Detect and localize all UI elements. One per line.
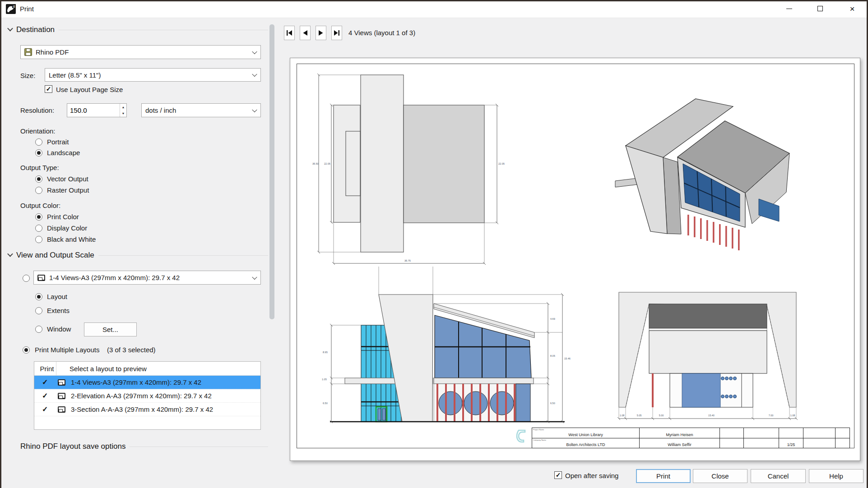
architect-cell: Myriam Heisen	[640, 428, 720, 438]
landscape-label: Landscape	[47, 149, 80, 157]
svg-text:8: 8	[13, 5, 15, 9]
minimize-button[interactable]	[779, 1, 799, 16]
chevron-down-icon	[7, 251, 13, 257]
window-frame-top	[0, 0, 868, 1]
close-icon: ×	[849, 5, 854, 13]
resolution-label: Resolution:	[20, 106, 54, 114]
display-color-radio[interactable]	[35, 225, 42, 232]
drafter-cell: William Seffir	[640, 438, 720, 448]
landscape-radio[interactable]	[35, 149, 42, 157]
layout-row-1[interactable]: ✓ 1-4 Views-A3 (297mm x 420mm): 29.7 x 4…	[34, 376, 260, 389]
company-name-micro-label: Company Name	[533, 439, 546, 441]
raster-output-label: Raster Output	[47, 186, 89, 194]
resolution-spinner[interactable]: ▲ ▼	[120, 104, 126, 117]
resolution-input[interactable]	[67, 104, 120, 117]
floppy-icon	[24, 48, 32, 56]
preview-status: 4 Views (layout 1 of 3)	[348, 29, 415, 37]
section-dim-5: 7.00	[769, 414, 774, 417]
print-button[interactable]: Print	[636, 469, 691, 483]
open-after-saving-label: Open after saving	[565, 472, 618, 479]
layout-row-3[interactable]: ✓ 3-Section A-A-A3 (297mm x 420mm): 29.7…	[34, 403, 260, 416]
set-window-button[interactable]: Set...	[84, 322, 137, 336]
raster-output-radio[interactable]	[35, 187, 42, 194]
layout-row-2[interactable]: ✓ 2-Elevation A-A3 (297mm x 420mm): 29.7…	[34, 389, 260, 403]
area-layout-radio[interactable]	[35, 293, 42, 300]
print-color-radio[interactable]	[35, 213, 42, 221]
print-preview-page: 35.50 22.05 22.05 35.75	[290, 58, 860, 461]
layout-row-label: 2-Elevation A-A3 (297mm x 420mm): 29.7 x…	[71, 392, 212, 400]
resolution-stepper[interactable]: ▲ ▼	[67, 103, 127, 117]
printer-value: Rhino PDF	[36, 48, 69, 56]
section-rule	[98, 255, 268, 256]
rhino-app-icon: 8	[6, 4, 17, 14]
destination-section-header[interactable]: Destination	[8, 25, 268, 34]
titleblock-cell	[744, 428, 779, 438]
last-layout-button[interactable]	[331, 26, 342, 40]
layout-row-label: 1-4 Views-A3 (297mm x 420mm): 29.7 x 42	[71, 378, 201, 386]
titleblock-cell	[744, 438, 779, 448]
portrait-label: Portrait	[47, 138, 69, 146]
layout-page-icon	[37, 275, 45, 281]
area-window-radio[interactable]	[35, 326, 42, 333]
spinner-up-icon[interactable]: ▲	[120, 104, 126, 110]
titleblock-cell	[803, 428, 836, 438]
layout-page-icon	[58, 379, 65, 386]
panel-scrollbar-thumb[interactable]	[269, 24, 274, 319]
prev-page-icon	[302, 30, 308, 36]
open-after-saving-checkbox[interactable]: ✓	[554, 471, 562, 479]
area-extents-radio[interactable]	[35, 307, 42, 314]
plan-dim-right: 22.05	[498, 162, 505, 165]
black-and-white-label: Black and White	[47, 235, 96, 243]
cancel-button[interactable]: Cancel	[751, 469, 806, 483]
titleblock-cell	[779, 428, 803, 438]
plan-dim-bottom: 35.75	[404, 259, 411, 262]
company-name-value: Bolten Architects LTD	[566, 442, 605, 448]
use-layout-page-size-checkbox[interactable]: ✓	[45, 85, 52, 93]
check-icon[interactable]: ✓	[42, 405, 48, 414]
chevron-down-icon	[7, 25, 13, 31]
single-layout-radio[interactable]	[23, 275, 30, 282]
previous-layout-button[interactable]	[300, 26, 311, 40]
display-color-label: Display Color	[47, 224, 87, 232]
company-name-cell: Company Name Bolten Architects LTD	[532, 438, 640, 448]
print-multiple-layouts-label: Print Multiple Layouts	[35, 346, 99, 354]
layout-page-icon	[58, 393, 65, 399]
section-rule	[59, 30, 268, 30]
layout-list: Print Select a layout to preview ✓ 1-4 V…	[34, 361, 261, 430]
print-column-header: Print	[38, 365, 56, 373]
print-multiple-layouts-radio[interactable]	[23, 346, 30, 354]
vector-output-radio[interactable]	[35, 175, 42, 183]
maximize-button[interactable]	[810, 1, 831, 16]
view-output-scale-section-header[interactable]: View and Output Scale	[8, 251, 268, 260]
layout-scale-dropdown[interactable]: 1-4 Views-A3 (297mm x 420mm): 29.7 x 42	[33, 271, 261, 285]
close-dialog-button[interactable]: Close	[693, 469, 747, 483]
printer-dropdown[interactable]: Rhino PDF	[20, 45, 261, 59]
next-layout-button[interactable]	[316, 26, 326, 40]
layout-list-header: Print Select a layout to preview	[34, 362, 260, 376]
next-page-icon	[318, 30, 324, 36]
layout-scale-value: 1-4 Views-A3 (297mm x 420mm): 29.7 x 42	[49, 274, 180, 281]
portrait-radio[interactable]	[35, 138, 42, 146]
resolution-units-dropdown[interactable]: dots / inch	[141, 103, 261, 117]
elev-dim-right-3: 6.50	[550, 402, 555, 405]
maximize-icon	[817, 6, 823, 11]
first-layout-button[interactable]	[284, 26, 295, 40]
use-layout-page-size-label: Use Layout Page Size	[56, 86, 123, 93]
elev-dim-left-2: 1.05	[322, 378, 327, 381]
close-button[interactable]: ×	[842, 1, 863, 16]
help-button[interactable]: Help	[809, 469, 863, 483]
size-dropdown[interactable]: Letter (8.5" x 11")	[45, 68, 261, 82]
project-name-micro-label: Project Name	[533, 428, 544, 431]
elev-dim-left-1: 8.95	[323, 351, 328, 354]
titleblock-cell	[836, 438, 849, 448]
title-bar[interactable]: 8 Print ×	[0, 0, 868, 18]
check-icon: ✓	[46, 85, 51, 92]
pdf-save-options-section-header[interactable]: Rhino PDF layout save options	[20, 442, 268, 451]
check-icon[interactable]: ✓	[42, 391, 48, 400]
spinner-down-icon[interactable]: ▼	[120, 110, 126, 117]
check-icon[interactable]: ✓	[42, 378, 48, 387]
drafter-value: William Seffir	[668, 442, 691, 448]
elev-dim-right-total: 15.46	[564, 357, 571, 360]
print-color-label: Print Color	[47, 213, 79, 221]
black-and-white-radio[interactable]	[35, 236, 42, 243]
